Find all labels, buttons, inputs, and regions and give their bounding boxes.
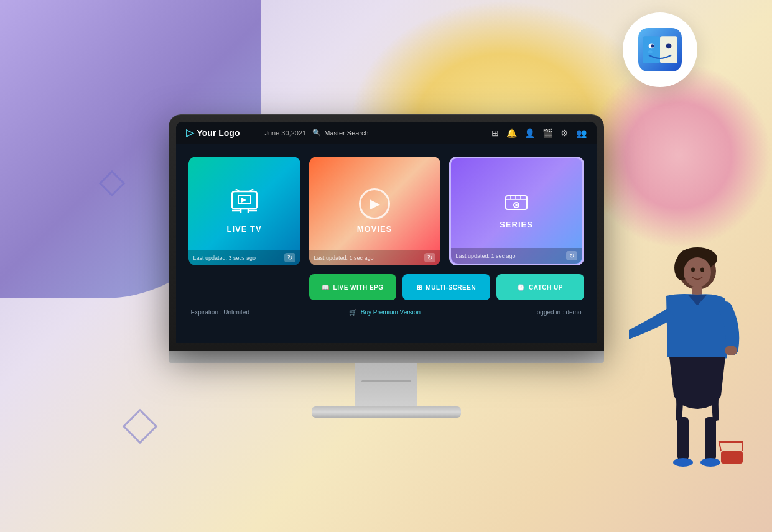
live-tv-footer: Last updated: 3 secs ago ↻ [188,250,300,265]
nav-video-icon[interactable]: 🎬 [542,128,553,138]
diamond-decoration-2 [123,409,158,444]
multiscreen-label: MULTI-SCREEN [426,284,476,291]
svg-point-4 [651,44,654,47]
series-icon [505,193,528,216]
search-area[interactable]: 🔍 Master Search [312,129,369,137]
imac-display: ▷ Your Logo June 30,2021 🔍 Master Search… [169,114,604,418]
imac-bezel: ▷ Your Logo June 30,2021 🔍 Master Search… [176,122,597,343]
nav-icons-row: ⊞ 🔔 👤 🎬 ⚙ 👥 [491,128,587,138]
imac-neck [355,363,417,406]
buy-premium-label: Buy Premium Version [361,309,421,316]
svg-point-32 [725,346,737,355]
logo-area: ▷ Your Logo [186,127,240,139]
svg-marker-14 [241,198,246,203]
live-tv-icon [230,189,259,221]
logged-in-status: Logged in : demo [451,309,581,316]
apple-logo [169,351,604,363]
catchup-icon: 🕐 [517,284,525,291]
top-navigation-bar: ▷ Your Logo June 30,2021 🔍 Master Search… [176,122,597,144]
movies-card[interactable]: ▶ MOVIES Last updated: 1 sec ago ↻ [309,157,440,265]
svg-point-29 [700,268,704,272]
catch-up-card[interactable]: 🕐 CATCH UP [496,274,584,300]
live-tv-refresh-button[interactable]: ↻ [284,253,295,262]
finder-icon-badge [623,12,697,87]
movies-updated-text: Last updated: 1 sec ago [314,255,374,261]
feature-cards-row: 📖 LIVE WITH EPG ⊞ MULTI-SCREEN 🕐 CATCH U… [309,274,584,300]
person-illustration [629,246,753,482]
svg-rect-37 [721,451,743,464]
imac-screen-outer: ▷ Your Logo June 30,2021 🔍 Master Search… [169,114,604,351]
catchup-label: CATCH UP [529,284,563,291]
movies-refresh-button[interactable]: ↻ [424,253,435,262]
svg-rect-33 [677,417,689,461]
status-row: Expiration : Unlimited 🛒 Buy Premium Ver… [188,300,584,318]
logo-text: Your Logo [197,128,240,138]
series-footer: Last updated: 1 sec ago ↻ [451,248,582,264]
svg-point-35 [673,458,693,467]
live-tv-updated-text: Last updated: 3 secs ago [193,255,256,261]
imac-base [312,406,461,418]
epg-icon: 📖 [322,284,330,291]
date-display: June 30,2021 [264,129,306,137]
expiry-status: Expiration : Unlimited [191,309,321,316]
main-cards-row: LIVE TV Last updated: 3 secs ago ↻ ▶ MOV… [188,157,584,265]
main-content-area: LIVE TV Last updated: 3 secs ago ↻ ▶ MOV… [176,144,597,343]
svg-point-7 [648,50,653,53]
nav-channels-icon[interactable]: ⊞ [491,128,499,138]
imac-chin [169,351,604,363]
svg-rect-1 [643,36,660,63]
series-label: SERIES [500,220,533,229]
series-updated-text: Last updated: 1 sec ago [456,253,516,259]
background-pink-blob [585,62,772,249]
epg-label: LIVE WITH EPG [333,284,384,291]
person-svg [629,246,753,482]
svg-rect-2 [660,36,677,63]
svg-point-27 [684,257,711,287]
buy-premium-button[interactable]: 🛒 Buy Premium Version [321,309,451,316]
live-tv-card[interactable]: LIVE TV Last updated: 3 secs ago ↻ [188,157,300,265]
svg-point-36 [700,458,720,467]
movies-play-icon: ▶ [359,188,390,219]
svg-rect-34 [705,417,716,461]
svg-point-28 [691,268,695,272]
movies-footer: Last updated: 1 sec ago ↻ [309,250,440,265]
live-with-epg-card[interactable]: 📖 LIVE WITH EPG [309,274,397,300]
series-refresh-button[interactable]: ↻ [566,251,577,260]
series-card[interactable]: SERIES Last updated: 1 sec ago ↻ [449,157,584,265]
logo-play-icon: ▷ [186,127,193,139]
search-icon: 🔍 [312,129,321,137]
search-label: Master Search [324,129,369,137]
multiscreen-icon: ⊞ [417,284,422,291]
nav-notifications-icon[interactable]: 🔔 [506,128,517,138]
svg-marker-23 [516,204,519,206]
movies-label: MOVIES [357,224,393,234]
live-tv-label: LIVE TV [226,224,261,234]
finder-svg [638,28,682,71]
nav-users-icon[interactable]: 👥 [576,128,587,138]
cart-icon: 🛒 [349,309,356,316]
svg-point-6 [667,44,671,47]
nav-user-icon[interactable]: 👤 [524,128,535,138]
multi-screen-card[interactable]: ⊞ MULTI-SCREEN [402,274,490,300]
nav-settings-icon[interactable]: ⚙ [560,128,569,138]
